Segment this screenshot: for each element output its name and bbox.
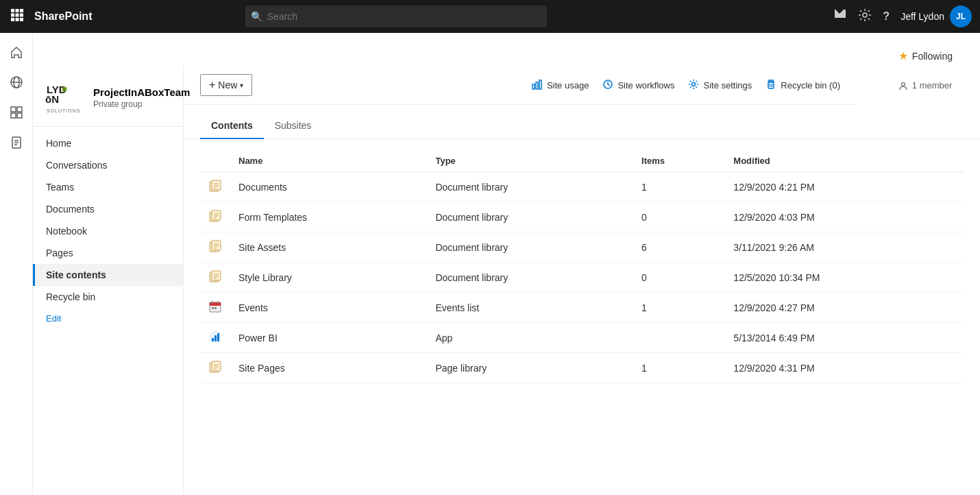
nav-edit[interactable]: Edit — [33, 308, 183, 329]
row-modified-cell: 12/9/2020 4:27 PM — [725, 293, 964, 323]
row-icon-cell — [200, 263, 230, 293]
table-row: Site Assets Document library 6 3/11/2021… — [200, 232, 964, 263]
svg-point-9 — [863, 13, 867, 17]
new-button[interactable]: + New ▾ — [200, 74, 252, 96]
main-wrapper: LYD ōN SOLUTIONS ProjectInABoxTeam Priva… — [33, 66, 980, 495]
row-name-cell[interactable]: Power BI — [230, 323, 427, 353]
left-navigation: LYD ōN SOLUTIONS ProjectInABoxTeam Priva… — [33, 66, 184, 495]
col-name: Name — [230, 150, 427, 172]
nav-items: Home Conversations Teams Documents Noteb… — [33, 127, 183, 495]
row-name-cell[interactable]: Site Assets — [230, 232, 427, 263]
row-items-cell: 6 — [633, 232, 725, 263]
nav-site-contents[interactable]: Site contents — [33, 264, 183, 286]
site-header: LYD ōN SOLUTIONS ProjectInABoxTeam Priva… — [33, 66, 183, 127]
search-bar: 🔍 — [245, 5, 547, 27]
avatar: JL — [950, 5, 972, 27]
rail-home-icon[interactable] — [3, 38, 30, 66]
top-navigation: SharePoint 🔍 ? Jeff Lydon JL — [0, 0, 980, 33]
app-logo[interactable]: SharePoint — [34, 10, 92, 23]
table-row: Power BI App 5/13/2014 6:49 PM — [200, 323, 964, 353]
tab-contents[interactable]: Contents — [200, 113, 264, 139]
svg-rect-65 — [217, 333, 219, 341]
site-logo: LYD ōN SOLUTIONS — [44, 77, 85, 118]
chat-icon[interactable] — [833, 8, 847, 25]
chart-icon — [532, 79, 543, 92]
svg-rect-13 — [11, 107, 16, 112]
gear-icon — [688, 79, 699, 92]
row-name-cell[interactable]: Documents — [230, 172, 427, 202]
row-name[interactable]: Form Templates — [238, 212, 419, 223]
nav-home[interactable]: Home — [33, 132, 183, 154]
content-table-wrapper: Name Type Items Modified Documents Docum… — [184, 139, 980, 394]
svg-point-25 — [62, 87, 66, 91]
col-type: Type — [427, 150, 633, 172]
site-title-block: ProjectInABoxTeam Private group — [93, 86, 190, 109]
nav-teams[interactable]: Teams — [33, 176, 183, 198]
row-name[interactable]: Site Pages — [238, 363, 419, 374]
row-name[interactable]: Style Library — [238, 272, 419, 283]
row-name-cell[interactable]: Events — [230, 293, 427, 323]
row-items-cell: 0 — [633, 263, 725, 293]
svg-rect-15 — [11, 113, 16, 118]
nav-recycle-bin[interactable]: Recycle bin — [33, 286, 183, 308]
svg-point-32 — [692, 82, 696, 86]
svg-rect-67 — [212, 361, 221, 371]
nav-notebook[interactable]: Notebook — [33, 220, 183, 242]
row-type-cell: Document library — [427, 232, 633, 263]
site-settings-action[interactable]: Site settings — [688, 79, 752, 92]
row-name[interactable]: Documents — [238, 182, 419, 193]
site-workflows-label: Site workflows — [617, 80, 674, 90]
svg-rect-61 — [215, 307, 217, 309]
svg-point-27 — [901, 82, 905, 86]
nav-conversations[interactable]: Conversations — [33, 154, 183, 176]
svg-rect-33 — [768, 82, 774, 88]
rail-grid-icon[interactable] — [3, 99, 30, 126]
help-icon[interactable]: ? — [883, 10, 890, 23]
rail-globe-icon[interactable] — [3, 69, 30, 96]
row-name[interactable]: Events — [238, 302, 419, 313]
trash-icon — [765, 79, 776, 92]
left-icon-rail — [0, 33, 33, 495]
tabs-bar: Contents Subsites — [184, 113, 980, 139]
site-title: ProjectInABoxTeam — [93, 86, 190, 98]
row-items-cell: 1 — [633, 353, 725, 383]
row-type-cell: Document library — [427, 263, 633, 293]
row-modified-cell: 5/13/2014 6:49 PM — [725, 323, 964, 353]
workflow-icon — [602, 79, 613, 92]
row-items-cell: 1 — [633, 172, 725, 202]
site-workflows-action[interactable]: Site workflows — [602, 79, 674, 92]
table-row: Events Events list 1 12/9/2020 4:27 PM — [200, 293, 964, 323]
row-name-cell[interactable]: Style Library — [230, 263, 427, 293]
svg-rect-47 — [212, 241, 221, 250]
table-row: Site Pages Page library 1 12/9/2020 4:31… — [200, 353, 964, 383]
rail-page-icon[interactable] — [3, 129, 30, 156]
search-input[interactable] — [245, 5, 547, 27]
search-icon: 🔍 — [251, 11, 262, 22]
svg-rect-16 — [17, 113, 22, 118]
site-usage-action[interactable]: Site usage — [532, 79, 589, 92]
waffle-icon[interactable] — [8, 6, 26, 27]
svg-rect-0 — [11, 9, 14, 12]
row-name-cell[interactable]: Form Templates — [230, 202, 427, 232]
svg-rect-6 — [11, 18, 14, 21]
member-info[interactable]: 1 member — [898, 80, 953, 90]
row-name[interactable]: Power BI — [238, 333, 419, 343]
nav-pages[interactable]: Pages — [33, 242, 183, 264]
col-modified: Modified — [725, 150, 964, 172]
chevron-down-icon: ▾ — [240, 82, 243, 89]
nav-documents[interactable]: Documents — [33, 198, 183, 220]
person-icon — [898, 81, 908, 90]
svg-rect-4 — [16, 13, 19, 16]
tab-subsites[interactable]: Subsites — [264, 113, 323, 139]
recycle-bin-action[interactable]: Recycle bin (0) — [765, 79, 840, 92]
row-type-cell: Events list — [427, 293, 633, 323]
top-nav-actions: ? Jeff Lydon JL — [833, 5, 972, 27]
table-row: Form Templates Document library 0 12/9/2… — [200, 202, 964, 232]
user-menu[interactable]: Jeff Lydon JL — [901, 5, 972, 27]
svg-rect-60 — [212, 307, 214, 309]
settings-icon[interactable] — [858, 8, 872, 25]
svg-rect-29 — [536, 82, 538, 89]
row-name[interactable]: Site Assets — [238, 242, 419, 253]
content-table: Name Type Items Modified Documents Docum… — [200, 150, 964, 383]
row-name-cell[interactable]: Site Pages — [230, 353, 427, 383]
